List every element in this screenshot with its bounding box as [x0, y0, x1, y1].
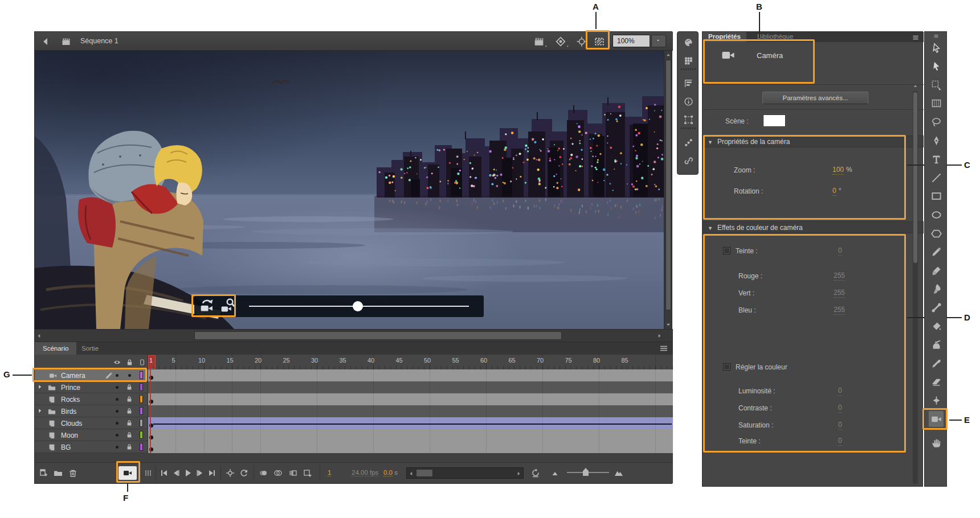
show-hide-all-layers-icon[interactable]	[112, 357, 121, 367]
channel-value[interactable]: 255	[834, 272, 845, 281]
paintbrush-tool-button[interactable]	[929, 262, 944, 278]
edit-multiple-frames-button[interactable]	[287, 467, 299, 479]
step-back-button[interactable]	[170, 467, 182, 479]
tools-menu-icon[interactable]	[930, 33, 942, 39]
layer-name[interactable]: Camera	[61, 372, 85, 380]
eyedropper-tool-button[interactable]	[929, 355, 944, 371]
layer-name-column[interactable]: Moon	[35, 429, 148, 441]
hand-tool-button[interactable]	[929, 435, 944, 451]
rotate-camera-button[interactable]	[200, 298, 215, 313]
tab-scenario[interactable]: Scénario	[35, 342, 76, 355]
scroll-right-icon[interactable]	[656, 332, 663, 339]
tab-sortie[interactable]: Sortie	[74, 342, 107, 355]
delete-layer-button[interactable]	[67, 467, 79, 479]
center-stage-button[interactable]	[574, 35, 589, 48]
stage-zoom-input[interactable]: 100%	[612, 35, 650, 47]
layer-row-bg[interactable]: BG	[35, 441, 673, 453]
stage-canvas[interactable]	[35, 51, 665, 329]
reset-timeline-zoom-button[interactable]	[529, 467, 542, 479]
width-tool-button[interactable]	[929, 392, 944, 408]
layer-row-birds[interactable]: Birds	[35, 405, 673, 417]
adjust-row-value[interactable]: 0	[838, 387, 842, 396]
layer-frames[interactable]: ›	[148, 417, 673, 429]
playhead-line[interactable]	[150, 355, 151, 453]
lock-all-layers-icon[interactable]	[125, 357, 134, 367]
oval-tool-button[interactable]	[929, 207, 944, 223]
layer-name-column[interactable]: Prince	[35, 381, 148, 393]
advanced-settings-button[interactable]: Paramètres avancés...	[762, 92, 868, 104]
pen-tool-button[interactable]	[929, 133, 944, 149]
tint-checkbox[interactable]	[723, 247, 730, 254]
layer-row-rocks[interactable]: Rocks	[35, 393, 673, 405]
layer-name[interactable]: BG	[61, 443, 71, 451]
layer-lock-icon[interactable]	[125, 443, 133, 451]
layer-visibility-toggle[interactable]	[116, 446, 119, 449]
scene-color-swatch[interactable]	[763, 114, 786, 127]
goto-first-button[interactable]	[158, 467, 170, 479]
step-forward-button[interactable]	[194, 467, 206, 479]
layer-visibility-toggle[interactable]	[116, 398, 119, 401]
layer-name-column[interactable]: Birds	[35, 405, 148, 417]
frame-rate-field[interactable]: 24.00 fps	[352, 469, 378, 476]
scroll-up-icon[interactable]	[665, 52, 672, 59]
tab-proprietes[interactable]: Propriétés	[703, 32, 746, 42]
camera-tool-button[interactable]	[929, 411, 944, 427]
goto-last-button[interactable]	[206, 467, 218, 479]
onion-skin-outline-button[interactable]	[272, 467, 284, 479]
new-folder-button[interactable]	[52, 467, 64, 479]
line-tool-button[interactable]	[929, 170, 944, 186]
back-button[interactable]	[40, 36, 52, 47]
current-frame-field[interactable]: 1	[328, 469, 331, 476]
center-frame-button[interactable]	[224, 467, 236, 479]
layer-name-column[interactable]: Camera	[35, 369, 148, 381]
adjust-row-value[interactable]: 0	[838, 404, 842, 413]
adjust-row-value[interactable]: 0	[838, 421, 842, 430]
new-layer-button[interactable]	[37, 467, 50, 479]
layer-lock-icon[interactable]	[125, 419, 133, 427]
layer-lock-toggle[interactable]	[128, 374, 131, 377]
mountain-large-button[interactable]	[612, 467, 625, 479]
add-camera-button[interactable]	[119, 466, 137, 480]
layer-visibility-toggle[interactable]	[116, 410, 119, 413]
properties-menu-icon[interactable]	[911, 34, 920, 41]
tint-value[interactable]: 0	[838, 246, 842, 256]
rectangle-tool-button[interactable]	[929, 188, 944, 204]
layer-lock-icon[interactable]	[125, 407, 133, 415]
onion-skin-button[interactable]	[257, 467, 270, 479]
eraser-tool-button[interactable]	[929, 374, 944, 390]
layer-lock-icon[interactable]	[125, 395, 133, 403]
layer-lock-icon[interactable]	[125, 383, 133, 391]
swatches-panel-button[interactable]	[681, 54, 695, 67]
text-tool-button[interactable]	[929, 151, 944, 167]
layer-visibility-toggle[interactable]	[116, 434, 119, 437]
section-color-effects[interactable]: ▼Effets de couleur de caméra	[703, 221, 924, 233]
layer-lock-icon[interactable]	[125, 431, 133, 439]
free-transform-tool-button[interactable]	[929, 77, 944, 93]
layer-name[interactable]: Rocks	[61, 396, 80, 404]
expander-icon[interactable]	[38, 408, 43, 414]
layer-row-moon[interactable]: Moon	[35, 429, 673, 441]
adjust-color-checkbox[interactable]	[723, 363, 730, 371]
layer-frames[interactable]	[148, 381, 673, 393]
layer-frames[interactable]	[148, 393, 673, 405]
layer-visibility-toggle[interactable]	[116, 422, 119, 425]
zoom-value[interactable]: 100	[832, 166, 844, 175]
timeline-scrollbar[interactable]	[406, 467, 524, 479]
stage-horizontal-scrollbar[interactable]	[35, 329, 673, 342]
transform-panel-button[interactable]	[681, 113, 695, 126]
outline-all-layers-icon[interactable]	[137, 357, 146, 367]
layer-row-clouds[interactable]: Clouds›	[35, 417, 673, 429]
adjust-row-value[interactable]: 0	[838, 437, 842, 446]
timeline-zoom-slider-thumb[interactable]	[583, 468, 589, 476]
layer-name[interactable]: Birds	[61, 408, 76, 416]
scroll-right-icon[interactable]	[515, 470, 522, 477]
stage-vertical-scrollbar[interactable]	[664, 51, 672, 329]
stage-zoom-dropdown-button[interactable]	[651, 35, 666, 47]
layer-name-column[interactable]: BG	[35, 441, 148, 453]
expander-icon[interactable]	[38, 384, 43, 390]
layer-visibility-toggle[interactable]	[116, 374, 119, 377]
scroll-left-icon[interactable]	[36, 332, 43, 339]
rotation-value[interactable]: 0	[832, 187, 836, 196]
bone-tool-button[interactable]	[929, 299, 944, 315]
layer-row-prince[interactable]: Prince	[35, 381, 673, 393]
